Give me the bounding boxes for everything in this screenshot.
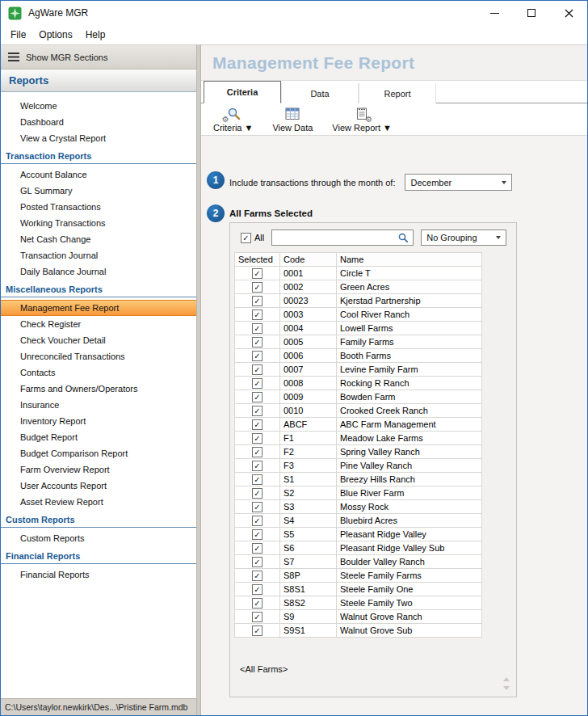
sidebar-item-posted-transactions[interactable]: Posted Transactions xyxy=(1,199,196,215)
farm-name-cell: Rocking R Ranch xyxy=(337,377,482,390)
sidebar-item-gl-summary[interactable]: GL Summary xyxy=(1,183,196,199)
farm-selected-checkbox[interactable]: ✓ xyxy=(252,282,262,293)
farm-name-cell: Boulder Valley Ranch xyxy=(337,555,482,569)
farm-selected-checkbox[interactable]: ✓ xyxy=(252,461,262,471)
farm-row-s7: ✓S7Boulder Valley Ranch xyxy=(235,555,482,569)
all-farms-checkbox-box[interactable]: ✓ xyxy=(241,233,251,243)
farm-row-s3: ✓S3Mossy Rock xyxy=(235,500,482,514)
tab-criteria[interactable]: Criteria xyxy=(204,81,281,103)
minimize-button[interactable] xyxy=(476,1,513,25)
sidebar-item-inventory-report[interactable]: Inventory Report xyxy=(1,413,196,429)
sidebar-item-financial-reports[interactable]: Financial Reports xyxy=(1,566,196,583)
farm-selected-checkbox[interactable]: ✓ xyxy=(252,612,262,622)
farm-selected-checkbox[interactable]: ✓ xyxy=(252,323,262,334)
column-header-name[interactable]: Name xyxy=(337,253,482,267)
farm-row-s8s1: ✓S8S1Steele Family One xyxy=(235,583,482,596)
sidebar-item-custom-reports[interactable]: Custom Reports xyxy=(1,530,196,546)
sidebar-item-daily-balance-journal[interactable]: Daily Balance Journal xyxy=(1,263,196,280)
farm-selected-checkbox[interactable]: ✓ xyxy=(252,447,262,457)
farm-selected-checkbox[interactable]: ✓ xyxy=(252,543,262,554)
sidebar-item-unreconciled-transactions[interactable]: Unreconciled Transactions xyxy=(1,348,196,364)
scroll-down-icon[interactable] xyxy=(503,686,510,690)
scroll-arrows[interactable] xyxy=(503,677,510,690)
menu-options[interactable]: Options xyxy=(32,27,78,43)
farm-selected-checkbox[interactable]: ✓ xyxy=(252,571,262,581)
all-farms-checkbox[interactable]: ✓ All xyxy=(241,233,264,243)
farm-code-cell: S4 xyxy=(280,514,337,528)
farm-selected-checkbox[interactable]: ✓ xyxy=(252,474,262,485)
farm-name-cell: Family Farms xyxy=(337,335,482,349)
farm-selected-checkbox[interactable]: ✓ xyxy=(252,433,262,444)
sidebar-item-view-a-crystal-report[interactable]: View a Crystal Report xyxy=(1,130,196,146)
sidebar-item-management-fee-report[interactable]: Management Fee Report xyxy=(1,300,196,316)
sidebar-item-budget-comparison-report[interactable]: Budget Comparison Report xyxy=(1,445,196,461)
farm-row-0002: ✓0002Green Acres xyxy=(235,280,482,294)
farm-selected-checkbox[interactable]: ✓ xyxy=(252,392,262,402)
close-button[interactable] xyxy=(550,1,587,25)
toolbar: ⚙ Criteria ▼ xyxy=(201,103,587,136)
sidebar-item-farm-overview-report[interactable]: Farm Overview Report xyxy=(1,461,196,478)
titlebar: AgWare MGR xyxy=(1,1,587,25)
tab-report[interactable]: Report xyxy=(359,83,436,103)
sidebar-item-user-accounts-report[interactable]: User Accounts Report xyxy=(1,478,196,494)
farms-table: SelectedCodeName ✓0001Circle T✓0002Green… xyxy=(234,252,482,638)
farm-selected-checkbox[interactable]: ✓ xyxy=(252,584,262,595)
month-select[interactable]: December xyxy=(405,174,512,191)
farm-selected-checkbox[interactable]: ✓ xyxy=(252,419,262,430)
farm-row-s1: ✓S1Breezy Hills Ranch xyxy=(235,473,482,486)
sidebar-item-transaction-journal[interactable]: Transaction Journal xyxy=(1,247,196,263)
sidebar-item-account-balance[interactable]: Account Balance xyxy=(1,166,196,183)
month-row: Include transactions through the month o… xyxy=(229,174,587,191)
farm-selected-checkbox[interactable]: ✓ xyxy=(252,502,262,512)
farm-selected-checkbox[interactable]: ✓ xyxy=(252,406,262,416)
sidebar-item-budget-report[interactable]: Budget Report xyxy=(1,429,196,445)
farm-selected-checkbox[interactable]: ✓ xyxy=(252,557,262,567)
sidebar-section-transaction-reports: Transaction Reports xyxy=(1,146,196,164)
farm-selected-checkbox[interactable]: ✓ xyxy=(252,488,262,499)
sidebar-item-farms-and-owners-operators[interactable]: Farms and Owners/Operators xyxy=(1,381,196,397)
all-farms-checkbox-label: All xyxy=(254,233,264,242)
farm-selected-checkbox[interactable]: ✓ xyxy=(252,364,262,375)
tab-data[interactable]: Data xyxy=(281,83,359,103)
farm-row-abcf: ✓ABCFABC Farm Management xyxy=(235,418,482,432)
view-data-button[interactable]: View Data xyxy=(265,104,320,135)
criteria-search-icon: ⚙ xyxy=(225,107,242,121)
farm-selected-checkbox[interactable]: ✓ xyxy=(252,296,262,306)
sidebar-item-asset-review-report[interactable]: Asset Review Report xyxy=(1,494,196,510)
sidebar-item-working-transactions[interactable]: Working Transactions xyxy=(1,215,196,231)
sidebar-item-welcome[interactable]: Welcome xyxy=(1,98,196,114)
farm-selected-checkbox[interactable]: ✓ xyxy=(252,529,262,540)
criteria-button[interactable]: ⚙ Criteria ▼ xyxy=(206,104,260,135)
maximize-button[interactable] xyxy=(513,1,550,25)
menubar: File Options Help xyxy=(1,25,587,44)
farm-code-cell: 0003 xyxy=(280,308,337,322)
farm-selected-checkbox[interactable]: ✓ xyxy=(252,378,262,389)
farm-name-cell: Spring Valley Ranch xyxy=(337,445,482,459)
farm-name-cell: Walnut Grove Ranch xyxy=(337,610,482,624)
farm-selected-checkbox[interactable]: ✓ xyxy=(252,310,262,320)
sidebar-item-dashboard[interactable]: Dashboard xyxy=(1,114,196,130)
view-report-button[interactable]: ⚙ View Report ▼ xyxy=(325,104,399,135)
farm-row-0003: ✓0003Cool River Ranch xyxy=(235,308,482,322)
menu-help[interactable]: Help xyxy=(79,27,112,43)
farm-search-input[interactable] xyxy=(272,233,393,242)
farm-selected-checkbox[interactable]: ✓ xyxy=(252,598,262,609)
farm-selected-checkbox[interactable]: ✓ xyxy=(252,516,262,526)
sidebar-item-net-cash-change[interactable]: Net Cash Change xyxy=(1,231,196,247)
sidebar-item-contacts[interactable]: Contacts xyxy=(1,364,196,381)
column-header-code[interactable]: Code xyxy=(280,253,337,267)
farm-selected-checkbox[interactable]: ✓ xyxy=(252,625,262,636)
farm-selected-checkbox[interactable]: ✓ xyxy=(252,337,262,347)
chevron-down-icon xyxy=(502,181,506,184)
sidebar-item-check-register[interactable]: Check Register xyxy=(1,316,196,332)
show-mgr-sections-button[interactable]: Show MGR Sections xyxy=(1,45,196,69)
scroll-up-icon[interactable] xyxy=(503,677,510,681)
search-button[interactable] xyxy=(393,230,413,245)
farm-selected-checkbox[interactable]: ✓ xyxy=(252,268,262,279)
column-header-selected[interactable]: Selected xyxy=(235,253,280,267)
sidebar-item-insurance[interactable]: Insurance xyxy=(1,397,196,413)
farm-selected-checkbox[interactable]: ✓ xyxy=(252,351,262,361)
grouping-select[interactable]: No Grouping xyxy=(421,230,506,246)
menu-file[interactable]: File xyxy=(4,27,32,43)
sidebar-item-check-voucher-detail[interactable]: Check Voucher Detail xyxy=(1,332,196,348)
